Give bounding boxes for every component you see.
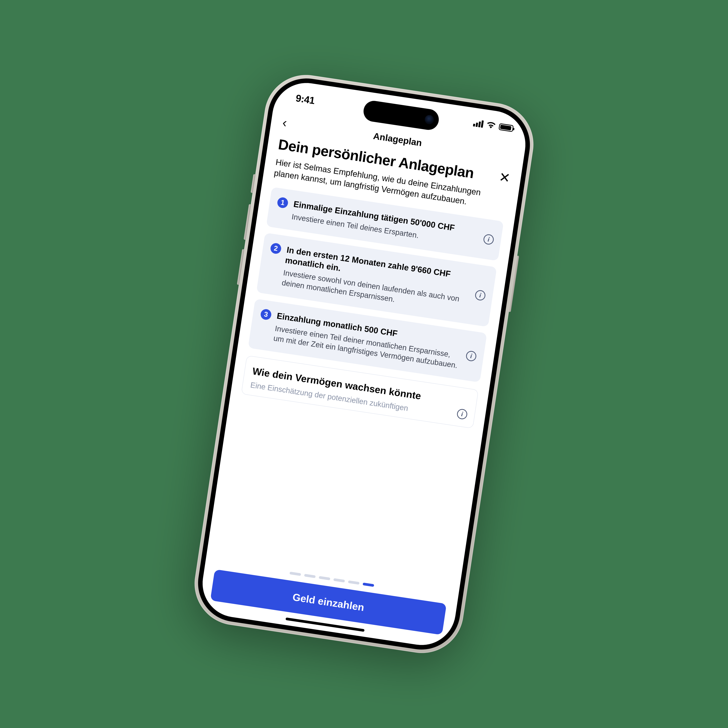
content-area: Dein persönlicher Anlageplan ✕ Hier ist … xyxy=(198,131,522,650)
page-dot[interactable] xyxy=(304,574,316,578)
silent-switch[interactable] xyxy=(251,174,256,193)
steps-list: 1 Einmalige Einzahlung tätigen 50'000 CH… xyxy=(248,187,504,382)
step-number-badge: 2 xyxy=(270,242,282,255)
page-dot[interactable] xyxy=(348,580,359,585)
phone-frame: 9:41 ‹ Anlageplan xyxy=(189,69,539,659)
page-dot[interactable] xyxy=(333,578,345,583)
wifi-icon xyxy=(486,121,496,130)
bottom-bar: Geld einzahlen xyxy=(198,559,458,650)
phone-bezel: 9:41 ‹ Anlageplan xyxy=(193,73,535,655)
cellular-icon xyxy=(473,119,484,128)
battery-icon xyxy=(499,123,514,132)
screen: 9:41 ‹ Anlageplan xyxy=(198,78,530,650)
status-time: 9:41 xyxy=(295,92,315,106)
close-button[interactable]: ✕ xyxy=(498,169,511,185)
page-dot-active[interactable] xyxy=(362,583,374,587)
step-number-badge: 1 xyxy=(277,197,289,209)
status-icons xyxy=(473,119,514,133)
page-dot[interactable] xyxy=(289,572,301,576)
page-dot[interactable] xyxy=(319,576,330,580)
step-number-badge: 3 xyxy=(260,309,272,321)
